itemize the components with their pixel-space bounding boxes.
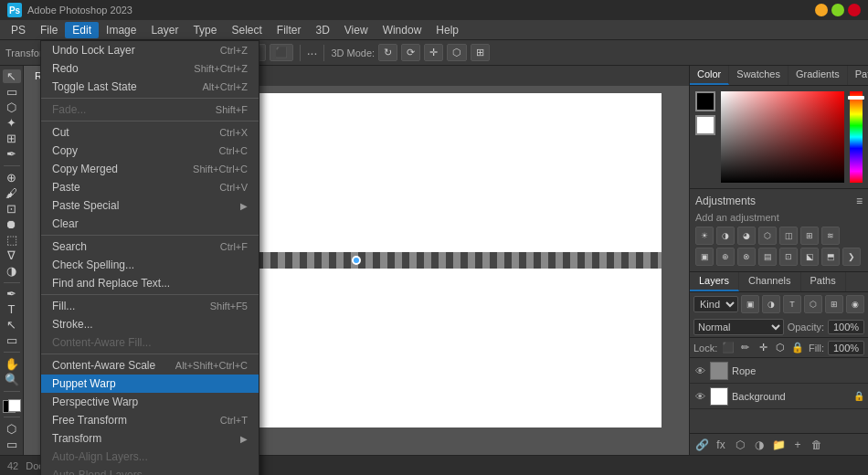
menu-window[interactable]: Window [376,22,429,38]
adj-bw[interactable]: ≋ [821,227,840,245]
link-layers-button[interactable]: 🔗 [693,437,710,453]
menu-file[interactable]: File [33,22,65,38]
dd-item-copy[interactable]: CopyCtrl+C [41,142,259,160]
dd-item-fill[interactable]: Fill...Shift+F5 [41,297,259,315]
color-tab-swatches[interactable]: Swatches [729,66,789,85]
minimize-button[interactable] [815,4,828,16]
color-tab-gradients[interactable]: Gradients [789,66,848,85]
adj-threshold[interactable]: ⬕ [800,248,819,266]
dd-item-paste[interactable]: PasteCtrl+V [41,178,259,196]
dd-item-cut[interactable]: CutCtrl+X [41,123,259,142]
color-swatches[interactable] [3,400,21,413]
tool-history[interactable]: ⏺ [3,217,21,231]
tool-clone[interactable]: ⊡ [3,202,21,216]
layers-tab-paths[interactable]: Paths [801,272,846,291]
background-color[interactable] [8,399,21,412]
add-mask-button[interactable]: ⬡ [732,437,748,453]
adj-brightness[interactable]: ☀ [695,227,714,245]
dd-item-check-spelling[interactable]: Check Spelling... [41,256,259,274]
adj-photo-filter[interactable]: ▣ [695,248,714,266]
tool-hand[interactable]: ✋ [3,357,21,371]
menu-layer[interactable]: Layer [143,22,185,38]
tool-eraser[interactable]: ⬚ [3,233,21,247]
color-gradient-picker[interactable] [721,91,844,183]
tb-3d-pan[interactable]: ✛ [424,44,443,61]
lock-position[interactable]: ✛ [757,341,770,355]
dd-item-stroke[interactable]: Stroke... [41,315,259,333]
color-tab-patterns[interactable]: Patterns [848,66,868,85]
layers-kind-filter[interactable]: Kind [693,296,738,312]
dd-item-paste-special[interactable]: Paste Special▶ [41,196,259,215]
tool-quick-select[interactable]: ✦ [3,116,21,130]
tool-heal[interactable]: ⊕ [3,171,21,185]
layers-tab-layers[interactable]: Layers [690,272,739,291]
dd-item-content-aware-scale[interactable]: Content-Aware ScaleAlt+Shift+Ctrl+C [41,356,259,375]
tool-gradient[interactable]: ∇ [3,248,21,262]
tool-crop[interactable]: ⊞ [3,132,21,145]
lock-pixels[interactable]: ✏ [738,341,752,355]
foreground-swatch[interactable] [695,91,715,111]
adj-exposure[interactable]: ◕ [737,227,756,245]
dd-item-redo[interactable]: RedoShift+Ctrl+Z [41,59,259,78]
color-tab-color[interactable]: Color [690,66,729,85]
adj-hsl[interactable]: ◫ [779,227,798,245]
tb-3d-roll[interactable]: ⟳ [401,44,420,61]
lock-all[interactable]: 🔒 [791,341,805,355]
layer-visibility-background[interactable]: 👁 [693,390,706,403]
tb-align-bottom[interactable]: ⬛ [270,44,293,61]
layer-effects-button[interactable]: fx [713,437,729,453]
background-swatch[interactable] [695,115,715,135]
tb-more[interactable]: ··· [307,46,318,60]
layer-visibility-rope[interactable]: 👁 [693,364,706,377]
tool-type[interactable]: T [3,302,21,316]
lock-artboard[interactable]: ⬡ [774,341,788,355]
fill-input[interactable] [828,341,864,355]
adj-gradient-map[interactable]: ⬒ [821,248,840,266]
adj-selective-color[interactable]: ❯ [842,248,861,266]
tool-dodge[interactable]: ◑ [3,264,21,278]
adj-posterize[interactable]: ⊡ [779,248,798,266]
layer-filter-pixel[interactable]: ▣ [741,295,759,313]
menu-select[interactable]: Select [224,22,269,38]
menu-ps[interactable]: PS [4,22,33,38]
dd-item-search[interactable]: SearchCtrl+F [41,238,259,256]
tool-shape[interactable]: ▭ [3,333,21,347]
tool-screen-mode[interactable]: ▭ [3,438,21,451]
menu-view[interactable]: View [337,22,376,38]
dd-item-toggle-last-state[interactable]: Toggle Last StateAlt+Ctrl+Z [41,78,259,96]
lock-transparent[interactable]: ⬛ [721,341,735,355]
adj-options-icon[interactable]: ≡ [856,195,863,207]
menu-edit[interactable]: Edit [65,22,99,38]
puppet-warp-pin[interactable] [352,256,361,265]
color-hue-slider[interactable] [850,91,863,183]
tool-path-select[interactable]: ↖ [3,318,21,332]
tb-3d-scale[interactable]: ⊞ [471,44,490,61]
dd-item-puppet-warp[interactable]: Puppet Warp [41,375,259,393]
delete-layer-button[interactable]: 🗑 [809,437,825,453]
tool-move[interactable]: ↖ [3,69,21,83]
adj-invert[interactable]: ▤ [758,248,777,266]
adj-channel-mixer[interactable]: ⊕ [716,248,735,266]
menu-type[interactable]: Type [185,22,224,38]
opacity-input[interactable] [828,320,864,334]
dd-item-find-and-replace-text[interactable]: Find and Replace Text... [41,274,259,292]
tool-marquee[interactable]: ▭ [3,85,21,99]
layers-tab-channels[interactable]: Channels [739,272,800,291]
layer-filter-smart[interactable]: ⊞ [825,295,843,313]
tool-mask[interactable]: ⬡ [3,422,21,436]
dd-item-copy-merged[interactable]: Copy MergedShift+Ctrl+C [41,160,259,178]
tool-eyedropper[interactable]: ✒ [3,147,21,161]
dd-item-clear[interactable]: Clear [41,215,259,233]
menu-help[interactable]: Help [429,22,466,38]
tool-zoom[interactable]: 🔍 [3,373,21,386]
new-group-button[interactable]: 📁 [770,437,787,453]
layer-filter-shape[interactable]: ⬡ [804,295,822,313]
new-layer-button[interactable]: + [789,437,806,453]
tool-brush[interactable]: 🖌 [3,186,21,200]
menu-image[interactable]: Image [99,22,143,38]
tool-pen[interactable]: ✒ [3,287,21,301]
adj-color-lookup[interactable]: ⊗ [737,248,756,266]
dd-item-transform[interactable]: Transform▶ [41,429,259,448]
layer-filter-adj[interactable]: ◑ [762,295,780,313]
layer-filter-on[interactable]: ◉ [846,295,864,313]
